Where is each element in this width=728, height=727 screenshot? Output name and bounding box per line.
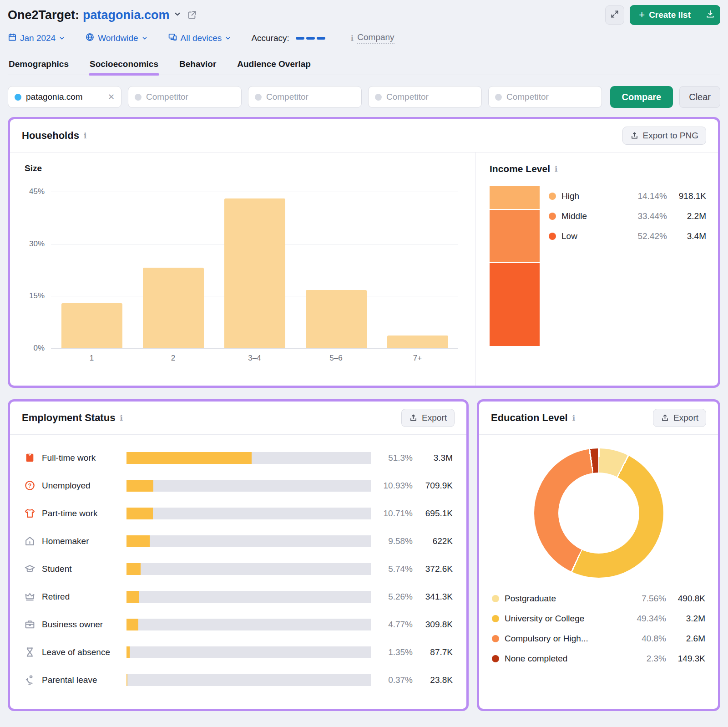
competitor-dot-icon [255,94,262,101]
export-icon [409,414,418,422]
chevron-down-icon [59,35,65,41]
export-icon [630,132,639,140]
accuracy-indicator: Accuracy: [251,33,325,43]
download-list-button[interactable] [700,5,720,25]
download-icon [706,10,715,20]
globe-icon [85,32,95,44]
progress-bar [126,535,371,547]
legend-item-postgraduate: Postgraduate 7.56% 490.8K [492,589,705,609]
external-link-icon[interactable] [187,10,197,20]
info-icon[interactable]: i [351,34,354,43]
bar-2 [143,268,204,348]
devices-icon [168,32,177,44]
income-level-title: Income Level i [490,163,706,174]
income-segment-high [490,186,540,209]
clear-button[interactable]: Clear [679,86,720,108]
competitor-field[interactable] [386,92,475,102]
legend-item-none-completed: None completed 2.3% 149.3K [492,649,705,669]
legend-item-low: Low 52.42% 3.4M [549,226,706,246]
y-axis: 45% 30% 15% 0% [25,192,51,348]
create-list-split-button: + Create list [630,5,720,25]
income-level-section: Income Level i High 14.14% 918 [475,153,718,388]
page-title-prefix: One2Target: [8,8,79,22]
progress-bar [126,452,371,464]
company-info: i Company [351,32,394,44]
device-filter-dropdown[interactable]: All devices [168,32,232,44]
income-stacked-bar [490,186,540,346]
chevron-down-icon[interactable] [173,10,182,20]
filter-row: Jan 2024 Worldwide All devices Accuracy:… [8,30,720,46]
briefcase-icon [24,619,35,630]
tab-socioeconomics[interactable]: Socioeconomics [90,56,158,75]
competitor-input-1[interactable] [128,86,242,108]
legend-item-university: University or College 49.34% 3.2M [492,609,705,629]
competitor-field[interactable] [146,92,235,102]
tab-bar: Demographics Socioeconomics Behavior Aud… [8,56,720,75]
employment-row-business-owner: Business owner 4.77% 309.8K [24,610,453,638]
legend-dot [492,635,499,642]
progress-bar [126,674,371,686]
progress-bar [126,480,371,492]
main-domain-chip[interactable]: patagonia.com ✕ [8,86,121,108]
svg-text:?: ? [28,482,31,489]
info-icon[interactable]: i [84,131,86,140]
household-size-section: Size 45% 30% 15% 0% [10,153,475,388]
title-actions: + Create list [605,5,720,25]
households-panel-header: Households i Export to PNG [10,119,718,153]
export-png-button[interactable]: Export to PNG [622,127,707,145]
competitor-field[interactable] [266,92,355,102]
tshirt-icon [24,508,35,519]
shirt-icon [24,452,35,464]
expand-icon [610,10,619,20]
region-filter-dropdown[interactable]: Worldwide [85,32,147,44]
competitor-input-2[interactable] [248,86,362,108]
employment-row-student: Student 5.74% 372.6K [24,555,453,583]
employment-row-parental-leave: Parental leave 0.37% 23.8K [24,666,453,694]
info-icon[interactable]: i [120,413,122,422]
employment-row-retired: Retired 5.26% 341.3K [24,583,453,610]
bar-5-6 [306,290,367,348]
legend-dot [549,213,556,220]
export-icon [661,414,669,422]
employment-row-full-time: Full-time work 51.3% 3.3M [24,444,453,472]
tab-behavior[interactable]: Behavior [179,56,216,75]
legend-dot [492,615,499,622]
date-filter-dropdown[interactable]: Jan 2024 [8,33,65,44]
legend-dot [492,595,499,602]
competitor-dot-icon [135,94,142,101]
legend-item-middle: Middle 33.44% 2.2M [549,206,706,226]
accuracy-label: Accuracy: [251,33,289,43]
export-button[interactable]: Export [653,409,706,427]
accuracy-level-icon [296,37,325,40]
one2target-page: One2Target:patagonia.com + Create list [0,0,728,711]
progress-bar [126,563,371,575]
export-button[interactable]: Export [401,409,455,427]
employment-status-panel: Employment Status i Export Full-time wor… [8,399,469,711]
employment-row-unemployed: ? Unemployed 10.93% 709.9K [24,472,453,499]
households-title: Households i [22,130,86,142]
employment-panel-header: Employment Status i Export [10,402,466,435]
domain-dot-icon [15,94,21,101]
region-filter-value: Worldwide [98,33,138,43]
compare-button[interactable]: Compare [610,86,673,108]
competitor-field[interactable] [506,92,595,102]
page-title-domain[interactable]: patagonia.com [83,8,170,22]
graduation-cap-icon [24,563,35,575]
page-title: One2Target:patagonia.com [8,8,170,22]
expand-button[interactable] [605,5,624,25]
main-domain-chip-label: patagonia.com [26,92,83,102]
legend-item-compulsory: Compulsory or High... 40.8% 2.6M [492,629,705,649]
create-list-button[interactable]: + Create list [630,5,700,25]
households-panel: Households i Export to PNG Size 45% 30% … [8,117,720,388]
education-level-panel: Education Level i Export Postgraduate 7.… [477,399,720,711]
tab-audience-overlap[interactable]: Audience Overlap [237,56,311,75]
tab-demographics[interactable]: Demographics [9,56,69,75]
company-link[interactable]: Company [357,32,394,44]
close-icon[interactable]: ✕ [108,92,115,102]
competitor-input-3[interactable] [368,86,482,108]
competitor-input-4[interactable] [488,86,602,108]
info-icon[interactable]: i [555,164,557,173]
progress-bar [126,591,371,603]
info-icon[interactable]: i [572,413,575,422]
header: One2Target:patagonia.com + Create list [8,5,720,25]
